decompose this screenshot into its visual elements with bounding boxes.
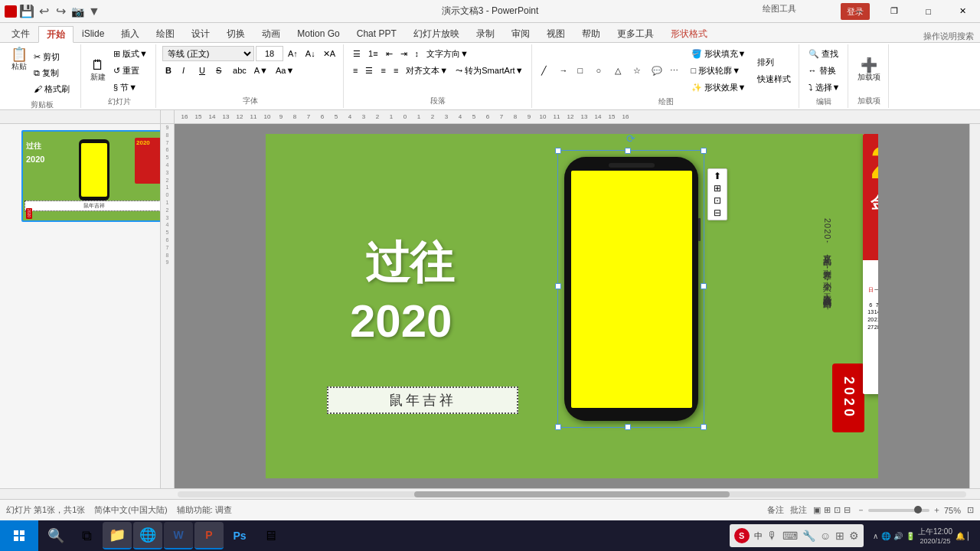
tab-slideshow[interactable]: 幻灯片放映 [405,25,468,42]
show-desktop[interactable]: ▏ [968,532,974,540]
shape-more[interactable]: ⋯ [667,63,684,78]
font-size-input[interactable] [256,46,283,61]
reading-view[interactable]: ⊡ [834,505,841,515]
numbering-button[interactable]: 1≡ [365,46,381,61]
outline-view[interactable]: ⊞ [824,505,831,515]
handle-bot-right[interactable] [701,424,707,430]
select-button[interactable]: ⤵ 选择▼ [805,80,844,95]
search-box[interactable]: 操作说明搜索 [917,31,980,42]
handle-mid-right[interactable] [701,283,707,289]
crop-icon[interactable]: ⊞ [714,183,721,194]
fullscreen-icon[interactable]: ⊡ [714,195,721,206]
tray-battery[interactable]: 🔋 [906,532,915,540]
taskbar-photoshop[interactable]: Ps [225,522,254,549]
underline-button[interactable]: U [196,63,211,78]
line-spacing-button[interactable]: ↕ [412,46,423,61]
tab-transition[interactable]: 切换 [218,25,253,42]
paste-button[interactable]: 📋 粘贴 ✂ 剪切 ⧉ 复制 🖌 格式刷 [8,46,76,98]
bullets-button[interactable]: ☰ [350,46,364,61]
new-slide-button[interactable]: 🗒 新建 [87,57,109,84]
tab-file[interactable]: 文件 [3,25,38,42]
ime-tools[interactable]: 🔧 [802,530,815,542]
shrink-icon[interactable]: ⊟ [714,207,721,218]
tab-more[interactable]: 更多工具 [609,25,662,42]
handle-bot-left[interactable] [555,424,561,430]
scroll-right[interactable] [969,124,980,488]
ime-keyboard[interactable]: ⌨ [782,530,798,542]
smartart-button[interactable]: ⤳ 转为SmartArt▼ [452,63,526,78]
arrange-button[interactable]: 排列 [754,54,794,70]
add-ins-button[interactable]: ➕ 加载项 [854,57,884,84]
customize-icon[interactable]: ▼ [87,5,101,18]
zoom-out-button[interactable]: － [857,504,865,516]
increase-font-button[interactable]: A↑ [285,46,301,61]
ime-logo[interactable]: S [734,528,750,543]
zoom-slider[interactable] [868,509,929,512]
bold-button[interactable]: B [162,63,178,78]
tab-draw[interactable]: 绘图 [148,25,183,42]
comments-button[interactable]: 批注 [790,504,807,516]
undo-icon[interactable]: ↩ [37,5,51,18]
minimize-button[interactable]: ─ [842,0,877,23]
canvas-area[interactable]: 过往 2020 鼠年吉祥 ⟳ [175,124,969,488]
align-text-button[interactable]: 对齐文本▼ [403,63,451,78]
text-direction-button[interactable]: 文字方向▼ [423,46,472,61]
align-left-button[interactable]: ≡ [350,63,361,78]
maximize-button[interactable]: □ [911,0,946,23]
slideshow-view[interactable]: ⊟ [844,505,851,515]
normal-view[interactable]: ▣ [813,505,821,515]
tab-motionGo[interactable]: Motion Go [289,25,348,42]
tab-animation[interactable]: 动画 [253,25,289,42]
tab-help[interactable]: 帮助 [573,25,609,42]
format-painter-button[interactable]: 🖌 格式刷 [31,81,73,96]
tab-review[interactable]: 审阅 [503,25,538,42]
align-center-button[interactable]: ☰ [362,63,376,78]
resize-up-icon[interactable]: ⬆ [714,171,721,181]
justify-button[interactable]: ≡ [390,63,401,78]
fit-button[interactable]: ⊡ [967,505,974,515]
zoom-control[interactable]: － ＋ 75% [857,504,961,516]
save-icon[interactable]: 💾 [20,5,34,18]
tab-insert[interactable]: 插入 [113,25,148,42]
ime-apps[interactable]: ⊞ [835,530,844,542]
handle-top-right[interactable] [701,148,707,154]
shape-triangle[interactable]: △ [612,63,629,78]
strikethrough-button[interactable]: S [213,63,228,78]
notes-button[interactable]: 备注 [767,504,784,516]
shape-effect-button[interactable]: ✨ 形状效果▼ [688,80,750,95]
ime-mic[interactable]: 🎙 [767,530,778,542]
font-color-button[interactable]: A▼ [251,63,271,78]
tab-home[interactable]: 开始 [38,26,74,43]
find-button[interactable]: 🔍 查找 [805,46,844,61]
increase-indent-button[interactable]: ⇥ [397,46,410,61]
shape-fill-button[interactable]: 🪣 形状填充▼ [688,46,750,61]
zoom-in-button[interactable]: ＋ [933,504,941,516]
replace-button[interactable]: ↔ 替换 [805,63,844,78]
handle-top-mid[interactable] [625,148,631,154]
section-button[interactable]: § 节▼ [110,80,151,95]
tray-network[interactable]: 🌐 [881,532,890,540]
decrease-font-button[interactable]: A↓ [302,46,318,61]
tab-design[interactable]: 设计 [183,25,218,42]
zoom-level[interactable]: 75% [944,506,961,515]
redo-icon[interactable]: ↪ [54,5,67,18]
tab-islide[interactable]: iSlide [74,25,113,42]
font-name-select[interactable]: 等线 (正文) [162,46,254,61]
copy-button[interactable]: ⧉ 复制 [31,65,73,80]
handle-top-left[interactable] [555,148,561,154]
handle-bot-mid[interactable] [625,424,631,430]
shape-line[interactable]: ╱ [538,63,555,78]
reset-button[interactable]: ↺ 重置 [110,63,151,78]
start-button[interactable] [0,520,38,551]
phone-mockup[interactable] [564,157,698,421]
tray-volume[interactable]: 🔊 [893,532,903,540]
shape-arrow[interactable]: → [557,63,573,78]
taskbar-taskview[interactable]: ⧉ [72,522,101,549]
taskbar-edge[interactable]: 🌐 [133,522,162,549]
tab-view[interactable]: 视图 [538,25,573,42]
cut-button[interactable]: ✂ 剪切 [31,49,73,64]
ime-mode[interactable]: 中 [754,530,763,542]
font-size-menu[interactable]: Aa▼ [273,63,297,78]
taskbar-extra[interactable]: 🖥 [256,522,285,549]
align-right-button[interactable]: ≡ [377,63,388,78]
